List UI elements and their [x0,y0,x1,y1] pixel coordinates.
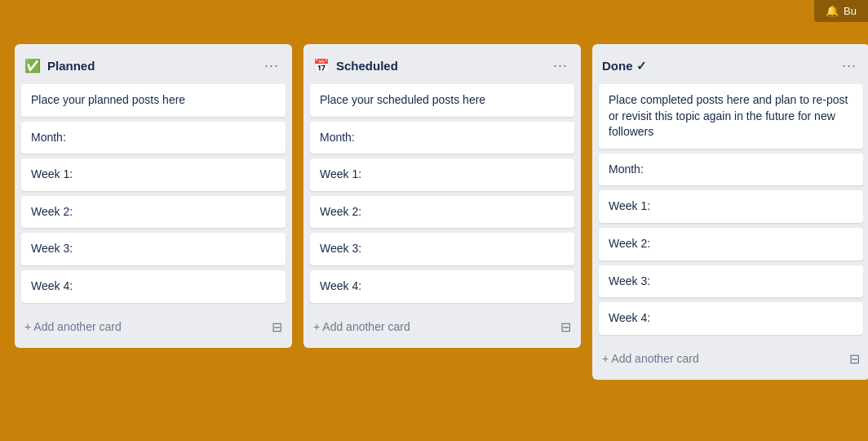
column-title-scheduled: Scheduled [336,59,398,73]
list-item[interactable]: Place your scheduled posts here [310,84,574,117]
add-another-card-label: + Add another card [24,320,122,333]
column-header-done: Done ✓··· [599,52,863,84]
list-item[interactable]: Week 3: [599,265,863,298]
add-another-card-label: + Add another card [313,320,410,333]
list-item[interactable]: Week 2: [599,228,863,261]
column-planned: ✅Planned···Place your planned posts here… [15,44,292,348]
add-card-button-planned[interactable]: + Add another card⊟ [21,314,286,340]
list-item[interactable]: Month: [310,122,574,154]
list-item[interactable]: Place your planned posts here [21,84,286,117]
calendar-icon: 📅 [313,60,330,73]
column-header-scheduled: 📅Scheduled··· [310,52,574,84]
add-card-button-done[interactable]: + Add another card⊟ [599,346,863,372]
list-item[interactable]: Week 2: [310,196,574,229]
list-item[interactable]: Week 4: [310,270,574,303]
board: ✅Planned···Place your planned posts here… [0,0,868,394]
list-item[interactable]: Week 4: [21,270,286,303]
list-item[interactable]: Place completed posts here and plan to r… [599,84,863,149]
list-item[interactable]: Month: [599,154,863,186]
checkbox-icon: ✅ [24,60,41,73]
template-icon[interactable]: ⊟ [560,319,571,335]
template-icon[interactable]: ⊟ [849,351,860,367]
column-menu-scheduled[interactable]: ··· [550,56,571,76]
column-title-planned: Planned [47,59,95,73]
column-scheduled: 📅Scheduled···Place your scheduled posts … [303,44,581,348]
top-bar[interactable]: 🔔 Bu [814,0,868,22]
list-item[interactable]: Week 1: [599,190,863,223]
add-another-card-label: + Add another card [602,352,699,365]
column-menu-planned[interactable]: ··· [261,56,282,76]
template-icon[interactable]: ⊟ [272,319,282,335]
column-header-planned: ✅Planned··· [21,52,286,84]
column-done: Done ✓···Place completed posts here and … [592,44,868,380]
list-item[interactable]: Week 2: [21,196,286,229]
topbar-label: Bu [844,5,857,17]
add-card-button-scheduled[interactable]: + Add another card⊟ [310,314,574,340]
list-item[interactable]: Week 3: [21,233,286,265]
column-title-done: Done ✓ [602,59,647,74]
list-item[interactable]: Week 3: [310,233,574,265]
list-item[interactable]: Week 1: [310,158,574,191]
column-menu-done[interactable]: ··· [839,56,860,76]
list-item[interactable]: Week 4: [599,302,863,335]
bell-icon: 🔔 [826,5,839,17]
list-item[interactable]: Week 1: [21,158,286,191]
list-item[interactable]: Month: [21,122,286,154]
